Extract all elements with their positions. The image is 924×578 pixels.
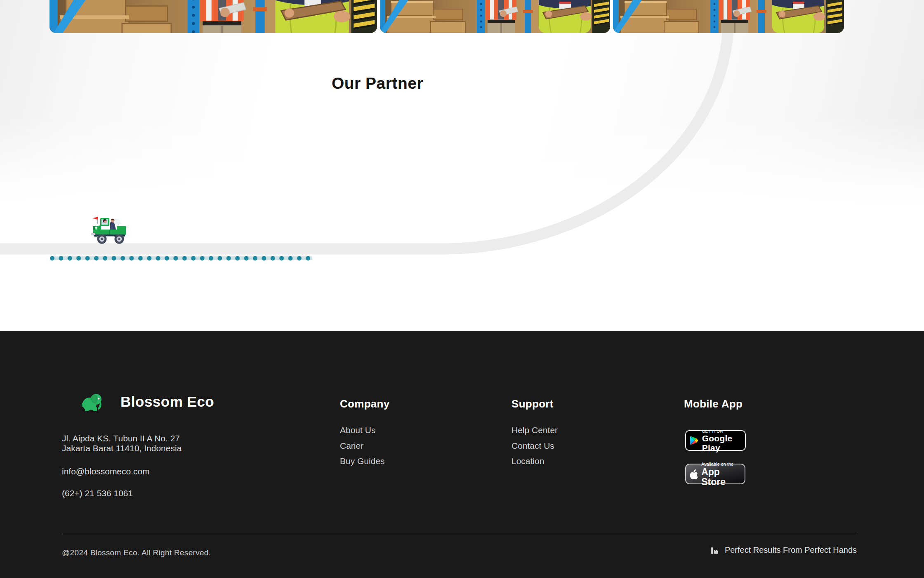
footer: Blossom Eco Jl. Aipda KS. Tubun II A No.… xyxy=(0,331,924,578)
warehouse-photo-3[interactable] xyxy=(613,0,844,33)
tagline-text: Perfect Results From Perfect Hands xyxy=(725,545,857,555)
footer-tagline: Perfect Results From Perfect Hands xyxy=(710,545,857,555)
warehouse-photo-illustration xyxy=(380,0,610,33)
warehouse-photo-illustration xyxy=(613,0,844,33)
play-triangle-icon xyxy=(690,435,698,446)
app-store-tagline: Available on the xyxy=(701,462,741,467)
footer-link-carier[interactable]: Carier xyxy=(340,441,363,452)
support-column-heading: Support xyxy=(512,398,554,410)
dotted-line-dots xyxy=(50,256,314,261)
teal-dotted-line-decoration xyxy=(50,256,314,261)
app-store-badge[interactable]: Available on the App Store xyxy=(685,464,745,484)
road-curve-decoration xyxy=(0,0,924,272)
address-line-1: Jl. Aipda KS. Tubun II A No. 27 xyxy=(62,434,182,443)
footer-phone: (62+) 21 536 1061 xyxy=(62,488,133,498)
footer-link-contact-us[interactable]: Contact Us xyxy=(512,441,554,452)
address-line-2: Jakarta Barat 11410, Indonesia xyxy=(62,443,182,453)
mobile-app-column-heading: Mobile App xyxy=(684,398,742,410)
footer-email[interactable]: info@blossomeco.com xyxy=(62,467,150,476)
google-play-text: GET IT ON Google Play xyxy=(702,429,741,452)
copyright-text: @2024 Blossom Eco. All Right Reserved. xyxy=(62,548,211,557)
footer-link-about-us[interactable]: About Us xyxy=(340,425,375,437)
apple-icon xyxy=(690,468,698,480)
company-column-heading: Company xyxy=(340,398,390,410)
page-title: Our Partner xyxy=(50,74,705,92)
app-store-text: Available on the App Store xyxy=(701,462,741,487)
warehouse-photo-illustration xyxy=(50,0,377,33)
footer-divider xyxy=(62,534,857,534)
app-store-label: App Store xyxy=(701,467,741,487)
footer-link-help-center[interactable]: Help Center xyxy=(512,425,558,437)
google-play-badge[interactable]: GET IT ON Google Play xyxy=(685,430,746,451)
factory-icon xyxy=(710,547,719,554)
google-play-tagline: GET IT ON xyxy=(702,429,741,434)
warehouse-photo-2[interactable] xyxy=(380,0,610,33)
jeep-illustration xyxy=(91,216,130,244)
page: Our Partner xyxy=(0,0,924,578)
footer-link-buy-guides[interactable]: Buy Guides xyxy=(340,456,385,468)
footer-address: Jl. Aipda KS. Tubun II A No. 27 Jakarta … xyxy=(62,434,182,453)
brand-name: Blossom Eco xyxy=(120,393,214,410)
footer-link-location[interactable]: Location xyxy=(512,456,544,468)
elephant-logo-icon xyxy=(82,392,103,412)
google-play-label: Google Play xyxy=(702,434,741,452)
partner-section: Our Partner xyxy=(0,0,924,331)
warehouse-photo-1[interactable] xyxy=(50,0,377,33)
